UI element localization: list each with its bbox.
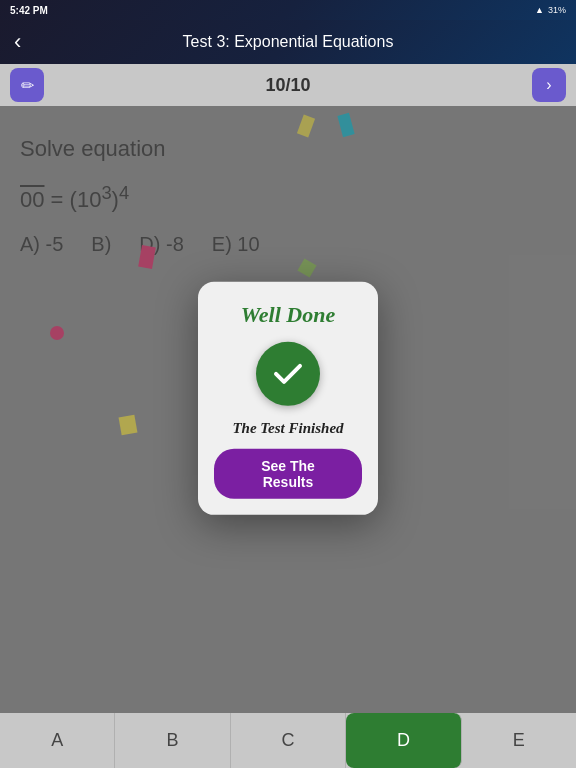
edit-icon: ✏ xyxy=(21,76,34,95)
status-time: 5:42 PM xyxy=(10,5,48,16)
edit-button[interactable]: ✏ xyxy=(10,68,44,102)
modal-subtitle: The Test Finished xyxy=(232,419,343,436)
completion-modal: Well Done The Test Finished See The Resu… xyxy=(198,281,378,514)
answer-option-e[interactable]: E xyxy=(462,713,576,768)
progress-count: 10/10 xyxy=(265,75,310,96)
progress-bar: ✏ 10/10 › xyxy=(0,64,576,106)
battery-icon: 31% xyxy=(548,5,566,15)
status-bar: 5:42 PM ▲ 31% xyxy=(0,0,576,20)
answer-option-b[interactable]: B xyxy=(115,713,230,768)
checkmark-icon xyxy=(270,355,306,391)
check-circle xyxy=(256,341,320,405)
answer-option-d[interactable]: D xyxy=(346,713,461,768)
answer-option-a[interactable]: A xyxy=(0,713,115,768)
nav-bar: ‹ Test 3: Exponential Equations xyxy=(0,20,576,64)
back-button[interactable]: ‹ xyxy=(14,29,21,55)
see-results-button[interactable]: See The Results xyxy=(214,448,362,498)
next-icon: › xyxy=(546,76,551,94)
wifi-icon: ▲ xyxy=(535,5,544,15)
modal-title: Well Done xyxy=(241,301,335,327)
content-area: Solve equation 00 = (103)4 A) -5 B) D) -… xyxy=(0,106,576,713)
status-icons: ▲ 31% xyxy=(535,5,566,15)
bottom-answer-bar: A B C D E xyxy=(0,713,576,768)
answer-option-c[interactable]: C xyxy=(231,713,346,768)
nav-title: Test 3: Exponential Equations xyxy=(183,33,394,51)
next-button[interactable]: › xyxy=(532,68,566,102)
